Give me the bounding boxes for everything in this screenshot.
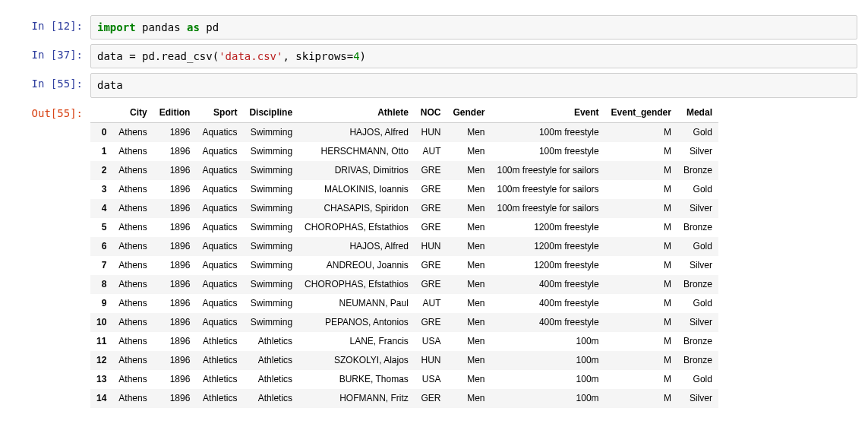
table-cell: Athens: [112, 122, 153, 142]
table-cell: M: [605, 256, 677, 275]
table-cell: 400m freestyle: [491, 275, 605, 294]
input-cell: In [37]:data = pd.read_csv('data.csv', s…: [11, 44, 857, 68]
table-cell: 100m freestyle: [491, 122, 605, 142]
table-cell: 1896: [153, 370, 197, 389]
table-cell: HERSCHMANN, Otto: [298, 142, 415, 161]
table-cell: Athens: [112, 199, 153, 218]
table-cell: Men: [447, 351, 491, 370]
table-row: 13Athens1896AthleticsAthleticsBURKE, Tho…: [90, 370, 718, 389]
table-cell: Athens: [112, 256, 153, 275]
table-cell: 1200m freestyle: [491, 218, 605, 237]
table-cell: Men: [447, 199, 491, 218]
table-cell: 100m freestyle for sailors: [491, 180, 605, 199]
table-cell: Swimming: [243, 180, 298, 199]
row-index: 3: [90, 180, 112, 199]
column-header: Edition: [153, 103, 197, 123]
table-cell: 1896: [153, 161, 197, 180]
row-index: 11: [90, 332, 112, 351]
table-cell: Silver: [677, 199, 718, 218]
table-row: 4Athens1896AquaticsSwimmingCHASAPIS, Spi…: [90, 199, 718, 218]
table-cell: 100m freestyle for sailors: [491, 161, 605, 180]
table-cell: Aquatics: [196, 161, 243, 180]
table-cell: Athens: [112, 294, 153, 313]
table-row: 11Athens1896AthleticsAthleticsLANE, Fran…: [90, 332, 718, 351]
table-row: 8Athens1896AquaticsSwimmingCHOROPHAS, Ef…: [90, 275, 718, 294]
table-cell: Men: [447, 122, 491, 142]
table-cell: HUN: [415, 351, 447, 370]
table-cell: 100m: [491, 389, 605, 408]
table-cell: Silver: [677, 256, 718, 275]
table-cell: MALOKINIS, Ioannis: [298, 180, 415, 199]
table-cell: Men: [447, 332, 491, 351]
table-cell: Aquatics: [196, 142, 243, 161]
table-cell: AUT: [415, 294, 447, 313]
table-cell: 400m freestyle: [491, 294, 605, 313]
table-cell: Men: [447, 256, 491, 275]
code-input[interactable]: data: [90, 73, 857, 97]
table-cell: Aquatics: [196, 237, 243, 256]
table-cell: CHOROPHAS, Efstathios: [298, 218, 415, 237]
table-row: 0Athens1896AquaticsSwimmingHAJOS, Alfred…: [90, 122, 718, 142]
table-cell: Athletics: [196, 351, 243, 370]
table-cell: Athletics: [243, 370, 298, 389]
table-cell: Silver: [677, 313, 718, 332]
table-cell: Athens: [112, 218, 153, 237]
row-index: 2: [90, 161, 112, 180]
input-prompt: In [37]:: [11, 44, 90, 65]
row-index: 7: [90, 256, 112, 275]
column-header: Medal: [677, 103, 718, 123]
table-cell: SZOKOLYI, Alajos: [298, 351, 415, 370]
table-cell: USA: [415, 332, 447, 351]
column-header: City: [112, 103, 153, 123]
input-cell: In [55]:data: [11, 73, 857, 97]
table-row: 7Athens1896AquaticsSwimmingANDREOU, Joan…: [90, 256, 718, 275]
row-index: 12: [90, 351, 112, 370]
table-cell: Men: [447, 142, 491, 161]
code-input[interactable]: data = pd.read_csv('data.csv', skiprows=…: [90, 44, 857, 68]
table-cell: Silver: [677, 142, 718, 161]
column-header: Gender: [447, 103, 491, 123]
table-cell: M: [605, 389, 677, 408]
table-cell: Swimming: [243, 313, 298, 332]
table-cell: GRE: [415, 256, 447, 275]
output-prompt: Out[55]:: [11, 103, 90, 124]
table-cell: GRE: [415, 218, 447, 237]
table-cell: Aquatics: [196, 256, 243, 275]
table-cell: Men: [447, 161, 491, 180]
table-cell: Aquatics: [196, 199, 243, 218]
table-cell: Bronze: [677, 218, 718, 237]
table-cell: Athletics: [243, 351, 298, 370]
table-cell: PEPANOS, Antonios: [298, 313, 415, 332]
row-index: 6: [90, 237, 112, 256]
table-cell: Aquatics: [196, 218, 243, 237]
table-cell: Bronze: [677, 351, 718, 370]
table-cell: Men: [447, 370, 491, 389]
table-cell: Athens: [112, 237, 153, 256]
column-header: Event: [491, 103, 605, 123]
table-cell: 1896: [153, 142, 197, 161]
table-cell: Swimming: [243, 142, 298, 161]
table-cell: M: [605, 313, 677, 332]
table-cell: 100m freestyle for sailors: [491, 199, 605, 218]
table-cell: 100m: [491, 332, 605, 351]
table-cell: M: [605, 237, 677, 256]
table-cell: Aquatics: [196, 275, 243, 294]
table-cell: Swimming: [243, 275, 298, 294]
table-cell: LANE, Francis: [298, 332, 415, 351]
table-cell: Athletics: [196, 370, 243, 389]
table-cell: BURKE, Thomas: [298, 370, 415, 389]
table-cell: GRE: [415, 275, 447, 294]
table-cell: HAJOS, Alfred: [298, 122, 415, 142]
table-cell: DRIVAS, Dimitrios: [298, 161, 415, 180]
table-cell: 100m: [491, 370, 605, 389]
table-row: 6Athens1896AquaticsSwimmingHAJOS, Alfred…: [90, 237, 718, 256]
table-cell: M: [605, 332, 677, 351]
table-cell: HUN: [415, 237, 447, 256]
table-cell: 1896: [153, 389, 197, 408]
table-cell: 400m freestyle: [491, 313, 605, 332]
table-cell: M: [605, 180, 677, 199]
table-cell: Athens: [112, 313, 153, 332]
table-row: 5Athens1896AquaticsSwimmingCHOROPHAS, Ef…: [90, 218, 718, 237]
table-cell: 1896: [153, 351, 197, 370]
code-input[interactable]: import pandas as pd: [90, 15, 857, 40]
